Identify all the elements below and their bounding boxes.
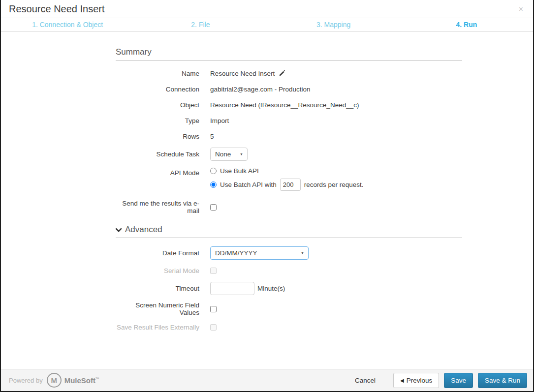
object-row: Object Resource Need (fResource__Resourc… bbox=[116, 100, 462, 110]
api-mode-row: API Mode Use Bulk API Use Batch API with… bbox=[116, 167, 462, 191]
rows-label: Rows bbox=[116, 133, 199, 140]
save-result-row: Save Result Files Externally bbox=[116, 323, 462, 332]
advanced-heading[interactable]: Advanced bbox=[116, 225, 462, 238]
object-label: Object bbox=[116, 101, 199, 109]
bulk-api-radio[interactable] bbox=[210, 168, 217, 174]
wizard-content: Summary Name Resource Need Insert Connec… bbox=[1, 32, 533, 369]
cancel-button[interactable]: Cancel bbox=[355, 377, 376, 384]
name-label: Name bbox=[116, 70, 199, 77]
schedule-task-label: Schedule Task bbox=[116, 151, 199, 158]
email-results-checkbox[interactable] bbox=[210, 204, 217, 211]
chevron-down-icon bbox=[116, 228, 122, 232]
batch-api-radio[interactable] bbox=[210, 181, 217, 188]
batch-api-option[interactable]: Use Batch API with records per request. bbox=[210, 179, 364, 191]
connection-row: Connection gabitrial2@sage.com - Product… bbox=[116, 85, 462, 94]
save-result-checkbox bbox=[210, 324, 217, 331]
email-results-row: Send me the results via e-mail bbox=[116, 200, 462, 214]
schedule-task-select[interactable]: None bbox=[210, 148, 248, 161]
email-results-label: Send me the results via e-mail bbox=[116, 200, 199, 214]
mulesoft-logo-icon: M bbox=[47, 373, 62, 388]
close-icon[interactable]: × bbox=[517, 4, 525, 14]
save-and-run-button[interactable]: Save & Run bbox=[478, 373, 527, 388]
tab-connection-object[interactable]: 1. Connection & Object bbox=[1, 18, 134, 31]
rows-row: Rows 5 bbox=[116, 132, 462, 141]
name-row: Name Resource Need Insert bbox=[116, 69, 462, 78]
timeout-label: Timeout bbox=[116, 285, 199, 292]
edit-name-pencil-icon[interactable] bbox=[279, 70, 285, 77]
api-mode-options: Use Bulk API Use Batch API with records … bbox=[210, 167, 364, 191]
type-row: Type Import bbox=[116, 116, 462, 125]
connection-value: gabitrial2@sage.com - Production bbox=[210, 86, 311, 93]
tab-file[interactable]: 2. File bbox=[134, 18, 267, 31]
tab-run[interactable]: 4. Run bbox=[400, 18, 533, 31]
type-label: Type bbox=[116, 117, 199, 124]
task-wizard-dialog: Resource Need Insert × 1. Connection & O… bbox=[0, 0, 534, 392]
dialog-footer: Powered by M MuleSoft™ Cancel ◀ Previous… bbox=[1, 369, 533, 391]
screen-numeric-row: Screen Numeric Field Values bbox=[116, 302, 462, 316]
previous-button[interactable]: ◀ Previous bbox=[393, 373, 439, 388]
previous-arrow-icon: ◀ bbox=[400, 378, 404, 383]
wizard-steps: 1. Connection & Object 2. File 3. Mappin… bbox=[1, 18, 533, 32]
batch-size-input[interactable] bbox=[280, 179, 301, 191]
advanced-section: Advanced Date Format DD/MM/YYYY Serial M… bbox=[116, 225, 462, 332]
rows-value: 5 bbox=[210, 133, 214, 140]
summary-section: Summary Name Resource Need Insert Connec… bbox=[116, 47, 462, 214]
schedule-task-row: Schedule Task None bbox=[116, 148, 462, 161]
object-value: Resource Need (fResource__Resource_Need_… bbox=[210, 101, 359, 109]
date-format-select[interactable]: DD/MM/YYYY bbox=[210, 246, 309, 260]
connection-label: Connection bbox=[116, 86, 199, 93]
screen-numeric-label: Screen Numeric Field Values bbox=[116, 302, 199, 316]
api-mode-label: API Mode bbox=[116, 167, 199, 177]
dialog-header: Resource Need Insert × bbox=[1, 0, 533, 18]
date-format-row: Date Format DD/MM/YYYY bbox=[116, 246, 462, 260]
mulesoft-brand: MuleSoft™ bbox=[64, 376, 99, 385]
date-format-label: Date Format bbox=[116, 249, 199, 257]
serial-mode-row: Serial Mode bbox=[116, 266, 462, 275]
save-result-label: Save Result Files Externally bbox=[116, 324, 199, 331]
name-value: Resource Need Insert bbox=[210, 70, 285, 77]
bulk-api-option[interactable]: Use Bulk API bbox=[210, 167, 364, 175]
screen-numeric-checkbox[interactable] bbox=[210, 306, 217, 312]
page-title: Resource Need Insert bbox=[9, 3, 105, 15]
trademark-symbol: ™ bbox=[95, 377, 99, 381]
summary-heading: Summary bbox=[116, 47, 462, 60]
serial-mode-label: Serial Mode bbox=[116, 267, 199, 274]
footer-actions: Cancel ◀ Previous Save Save & Run bbox=[355, 373, 527, 388]
type-value: Import bbox=[210, 117, 229, 124]
timeout-input[interactable] bbox=[210, 282, 254, 295]
timeout-unit: Minute(s) bbox=[257, 285, 285, 292]
serial-mode-checkbox bbox=[210, 268, 217, 274]
save-button[interactable]: Save bbox=[444, 373, 473, 388]
timeout-row: Timeout Minute(s) bbox=[116, 282, 462, 295]
tab-mapping[interactable]: 3. Mapping bbox=[267, 18, 400, 31]
powered-by-block: Powered by M MuleSoft™ bbox=[9, 373, 99, 388]
powered-by-text: Powered by bbox=[9, 377, 43, 384]
